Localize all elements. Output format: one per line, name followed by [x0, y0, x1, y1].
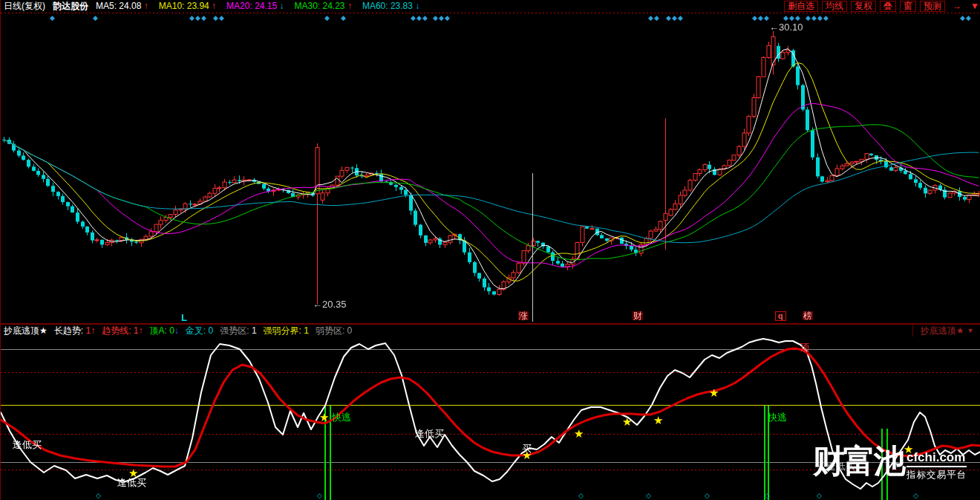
top-bar: 日线(复权) 韵达股份 MA5: 24.08 ↑MA10: 23.94 ↑MA2… — [1, 0, 980, 12]
ma-value-2: MA10: 23.94 ↑ — [159, 1, 216, 11]
indicator-field-6: 强弱分界: 1 — [264, 325, 309, 337]
indicator-field-7: 弱势区: 0 — [316, 325, 352, 337]
watermark-domain: cfchi.com — [906, 450, 967, 467]
watermark-right: cfchi.com 指标交易平台 — [906, 450, 967, 481]
toolbar: 删自选均线复权叠窗预测 — [784, 1, 945, 12]
indicator-field-label: 弱势区: — [316, 325, 347, 336]
ma-text: MA20: 24.15 — [226, 1, 277, 11]
period-label: 日线(复权) — [4, 0, 45, 13]
indicator-field-3: 顶A: 0↓ — [149, 325, 178, 337]
indicator-arrow-icon: ↓ — [174, 325, 179, 336]
indicator-field-label: 强弱分界: — [264, 325, 304, 336]
ma-arrow-icon: ↓ — [413, 1, 419, 11]
toolbar-button-6[interactable]: 预测 — [920, 1, 945, 12]
watermark: 财富池 cfchi.com 指标交易平台 — [813, 444, 967, 481]
ma-arrow-icon: ↓ — [277, 1, 284, 11]
watermark-brand: 财富池 — [813, 444, 904, 478]
indicator-field-label: 强势区: — [220, 325, 252, 336]
ma-text: MA60: 23.83 — [362, 1, 413, 11]
indicator-header: 抄底逃顶★ 长趋势: 1↑趋势线: 1↑顶A: 0↓金叉: 0强势区: 1强弱分… — [1, 324, 912, 337]
indicator-selector-label: 抄底逃顶★ — [921, 325, 964, 337]
price-chart-canvas[interactable] — [1, 0, 980, 500]
indicator-field-label: 长趋势: — [54, 325, 86, 336]
indicator-arrow-icon: ↑ — [138, 325, 143, 336]
toolbar-button-3[interactable]: 复权 — [851, 1, 876, 12]
indicator-field-value: 0 — [209, 325, 214, 336]
ma-text: MA10: 23.94 — [159, 1, 209, 11]
toolbar-button-5[interactable]: 窗 — [900, 1, 916, 12]
app-window: 日线(复权) 韵达股份 MA5: 24.08 ↑MA10: 23.94 ↑MA2… — [0, 0, 980, 500]
ma-arrow-icon: ↑ — [141, 1, 148, 11]
watermark-tagline: 指标交易平台 — [906, 469, 967, 481]
send-to-icon[interactable]: → — [953, 1, 961, 11]
ma-value-4: MA30: 24.23 ↑ — [295, 1, 352, 11]
caret-down-icon[interactable]: ▼ — [970, 1, 979, 11]
indicator-field-label: 趋势线: — [102, 325, 134, 336]
indicator-field-label: 金叉: — [186, 325, 209, 336]
indicator-field-value: 0 — [169, 325, 174, 336]
toolbar-button-1[interactable]: 删自选 — [784, 1, 818, 12]
stock-name: 韵达股份 — [53, 0, 88, 13]
indicator-field-value: 1 — [304, 325, 309, 336]
ma-arrow-icon: ↑ — [209, 1, 216, 11]
ma-arrow-icon: ↑ — [345, 1, 352, 11]
indicator-title: 抄底逃顶★ — [4, 325, 48, 337]
indicator-field-5: 强势区: 1 — [220, 325, 256, 337]
indicator-field-value: 0 — [347, 325, 353, 336]
ma-text: MA5: 24.08 — [96, 1, 141, 11]
ma-readout: MA5: 24.08 ↑MA10: 23.94 ↑MA20: 24.15 ↓MA… — [96, 1, 419, 11]
indicator-selector[interactable]: 抄底逃顶★ ▼ — [912, 324, 980, 337]
indicator-arrow-icon: ↑ — [91, 325, 95, 336]
indicator-field-2: 趋势线: 1↑ — [102, 325, 143, 337]
indicator-field-label: 顶A: — [149, 325, 169, 336]
toolbar-button-2[interactable]: 均线 — [822, 1, 847, 12]
toolbar-button-4[interactable]: 叠 — [880, 1, 896, 12]
chevron-down-icon: ▼ — [967, 327, 973, 334]
indicator-field-value: 1 — [252, 325, 257, 336]
ma-value-1: MA5: 24.08 ↑ — [96, 1, 148, 11]
ma-value-5: MA60: 23.83 ↓ — [362, 1, 419, 11]
indicator-field-4: 金叉: 0 — [186, 325, 213, 337]
indicator-readout: 长趋势: 1↑趋势线: 1↑顶A: 0↓金叉: 0强势区: 1强弱分界: 1弱势… — [54, 325, 353, 337]
indicator-field-1: 长趋势: 1↑ — [54, 325, 95, 337]
ma-text: MA30: 24.23 — [295, 1, 345, 11]
ma-value-3: MA20: 24.15 ↓ — [226, 1, 284, 11]
